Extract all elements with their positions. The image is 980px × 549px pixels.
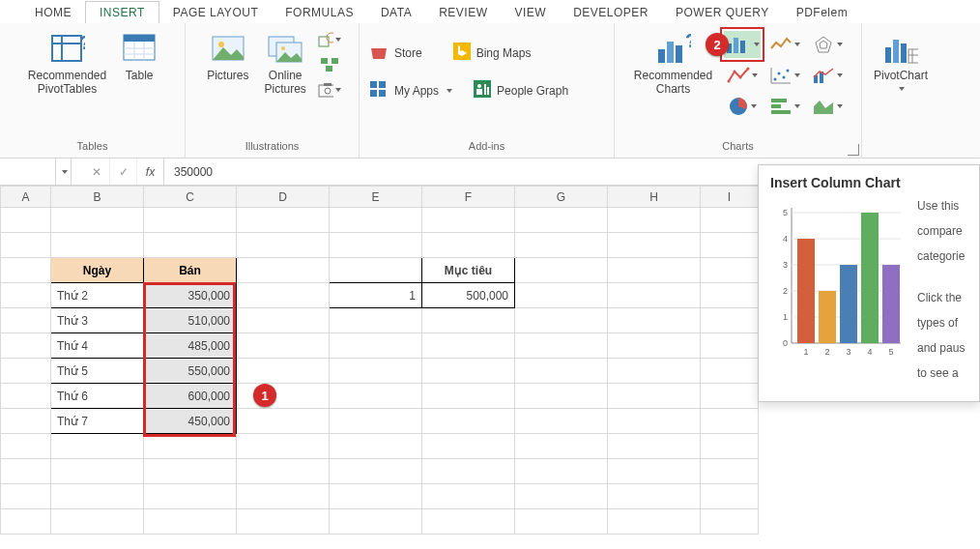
insert-bar-chart-button[interactable] (766, 93, 803, 120)
charts-dialog-launcher[interactable] (848, 144, 859, 156)
svg-text:2: 2 (824, 347, 829, 357)
bing-maps-button[interactable]: Bing Maps (451, 39, 533, 67)
svg-text:?: ? (685, 32, 691, 51)
col-header-D[interactable]: D (237, 187, 330, 208)
col-header-C[interactable]: C (144, 187, 237, 208)
recommended-pivottables-button[interactable]: ? Recommended PivotTables (24, 29, 110, 99)
recommended-charts-label: Recommended Charts (634, 70, 712, 97)
recommended-charts-button[interactable]: ? Recommended Charts (630, 29, 716, 99)
store-label: Store (394, 46, 422, 60)
col-header-I[interactable]: I (701, 187, 759, 208)
svg-text:3: 3 (783, 260, 788, 270)
online-pictures-button[interactable]: Online Pictures (261, 29, 310, 99)
my-apps-button[interactable]: My Apps (367, 76, 454, 104)
pictures-button[interactable]: Pictures (203, 29, 252, 85)
svg-rect-54 (771, 104, 781, 108)
svg-text:3: 3 (846, 347, 850, 357)
cell-day-2[interactable]: Thứ 4 (51, 333, 144, 359)
tab-insert[interactable]: INSERT (85, 1, 159, 23)
insert-line-chart-button[interactable] (724, 62, 761, 89)
insert-scatter-chart-button[interactable] (766, 62, 803, 89)
svg-point-22 (325, 88, 331, 94)
header-target[interactable]: Mục tiêu (422, 258, 515, 283)
svg-text:1: 1 (803, 347, 808, 357)
svg-rect-26 (370, 90, 377, 97)
column-headers[interactable]: A B C D E F G H I (1, 187, 759, 208)
insert-combo-chart-button[interactable] (809, 62, 846, 89)
svg-rect-33 (658, 49, 665, 63)
tab-data[interactable]: DATA (367, 2, 425, 23)
svg-rect-38 (734, 38, 738, 53)
people-graph-icon (474, 80, 491, 101)
svg-text:1: 1 (783, 312, 788, 322)
cell-day-0[interactable]: Thứ 2 (51, 283, 144, 308)
group-pivotchart: PivotChart (862, 23, 939, 158)
cell-sold-4[interactable]: 600,000 (144, 384, 237, 409)
tab-page-layout[interactable]: PAGE LAYOUT (159, 2, 272, 23)
cell-sold-0[interactable]: 350,000 (144, 283, 237, 308)
svg-rect-0 (52, 36, 81, 61)
cell-day-1[interactable]: Thứ 3 (51, 308, 144, 333)
cell-sold-3[interactable]: 550,000 (144, 359, 237, 384)
cell-sold-2[interactable]: 485,000 (144, 333, 237, 359)
group-illustrations: Pictures Online Pictures Illustrations (186, 23, 360, 158)
cell-target-n[interactable]: 1 (330, 283, 422, 308)
svg-point-40 (728, 80, 731, 83)
people-graph-button[interactable]: People Graph (472, 76, 570, 104)
cell-sold-1[interactable]: 510,000 (144, 308, 237, 333)
cell-day-4[interactable]: Thứ 6 (51, 384, 144, 409)
tab-formulas[interactable]: FORMULAS (272, 2, 367, 23)
svg-rect-57 (893, 40, 899, 63)
svg-rect-32 (487, 87, 489, 95)
insert-function-button[interactable]: fx (137, 159, 164, 185)
cancel-formula-button[interactable]: ✕ (83, 159, 110, 185)
target-col-blank[interactable] (330, 258, 422, 283)
enter-formula-button[interactable]: ✓ (110, 159, 137, 185)
cell-day-3[interactable]: Thứ 5 (51, 359, 144, 384)
svg-rect-35 (676, 45, 682, 63)
callout-badge-2: 2 (706, 33, 729, 56)
tab-home[interactable]: HOME (21, 2, 85, 23)
cell-sold-5[interactable]: 450,000 (144, 409, 237, 434)
col-header-E[interactable]: E (330, 187, 422, 208)
tab-power-query[interactable]: POWER QUERY (662, 2, 783, 23)
cell-day-5[interactable]: Thứ 7 (51, 409, 144, 434)
tab-view[interactable]: VIEW (501, 2, 560, 23)
svg-text:5: 5 (783, 208, 788, 217)
insert-radar-chart-button[interactable] (809, 31, 846, 58)
name-box[interactable] (0, 159, 56, 185)
screenshot-button[interactable] (318, 79, 341, 101)
group-charts-label: Charts (622, 138, 853, 156)
smartart-button[interactable] (318, 54, 341, 75)
col-header-G[interactable]: G (515, 187, 608, 208)
svg-rect-24 (370, 81, 377, 88)
group-tables-label: Tables (8, 138, 177, 156)
insert-pie-chart-button[interactable] (724, 93, 761, 120)
svg-rect-31 (484, 84, 486, 95)
col-header-B[interactable]: B (51, 187, 144, 208)
svg-point-46 (774, 78, 777, 81)
pivotchart-button[interactable]: PivotChart (870, 29, 932, 93)
recommended-charts-icon: ? (656, 31, 691, 66)
insert-column-chart-button[interactable] (724, 31, 761, 58)
header-sold[interactable]: Bán (144, 258, 237, 283)
header-day[interactable]: Ngày (51, 258, 144, 283)
svg-text:2: 2 (783, 286, 788, 296)
tab-review[interactable]: REVIEW (425, 2, 501, 23)
svg-rect-59 (908, 49, 918, 63)
tab-developer[interactable]: DEVELOPER (560, 2, 662, 23)
svg-rect-55 (771, 110, 791, 114)
col-header-H[interactable]: H (608, 187, 701, 208)
store-button[interactable]: Store (367, 39, 424, 67)
table-button[interactable]: Table (118, 29, 160, 85)
insert-area-chart-button[interactable] (809, 93, 846, 120)
online-pictures-icon (268, 31, 303, 66)
col-header-A[interactable]: A (1, 187, 51, 208)
bing-icon (453, 43, 471, 63)
tab-pdfelement[interactable]: PDFelem (783, 2, 862, 23)
name-box-dropdown[interactable] (56, 159, 72, 185)
col-header-F[interactable]: F (422, 187, 515, 208)
insert-stock-chart-button[interactable] (766, 31, 803, 58)
shapes-button[interactable] (318, 29, 341, 50)
cell-target-v[interactable]: 500,000 (422, 283, 515, 308)
